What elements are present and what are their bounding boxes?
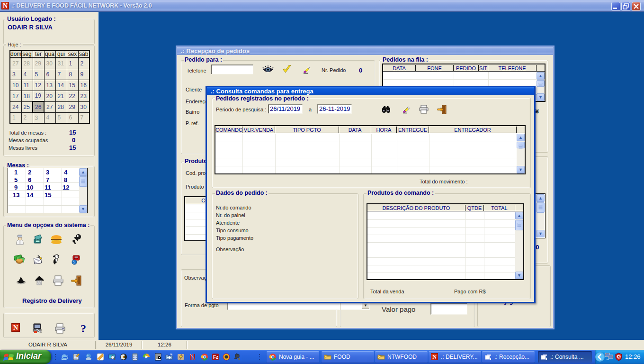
svg-text:Fz: Fz — [213, 355, 218, 360]
